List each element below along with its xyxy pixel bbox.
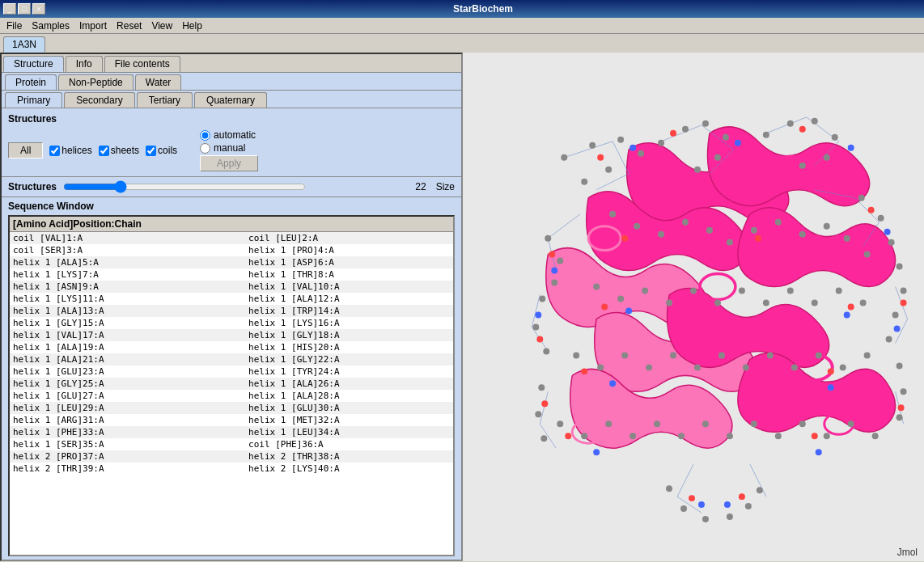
svg-point-76	[745, 503, 752, 509]
all-button[interactable]: All	[8, 142, 43, 158]
svg-point-71	[896, 414, 903, 420]
sequence-window-label: Sequence Window	[8, 201, 455, 212]
svg-point-153	[535, 311, 541, 318]
menu-import[interactable]: Import	[74, 19, 112, 33]
radio-automatic[interactable]: automatic	[200, 129, 258, 141]
svg-point-119	[654, 420, 660, 427]
menu-view[interactable]: View	[146, 19, 177, 33]
sequence-section: Sequence Window [Amino Acid]Position:Cha…	[2, 197, 461, 560]
svg-point-125	[799, 420, 806, 427]
size-value: 22	[415, 181, 426, 192]
svg-point-67	[535, 411, 541, 417]
tab-tertiary[interactable]: Tertiary	[137, 92, 193, 108]
svg-point-35	[561, 154, 567, 161]
svg-point-70	[901, 388, 907, 395]
tab-non-peptide[interactable]: Non-Peptide	[58, 74, 134, 90]
automatic-label: automatic	[214, 129, 256, 141]
radio-manual[interactable]: manual	[200, 142, 258, 154]
size-slider[interactable]	[63, 180, 306, 193]
tab-water[interactable]: Water	[135, 74, 182, 90]
menu-help[interactable]: Help	[177, 19, 207, 33]
svg-point-128	[872, 433, 879, 439]
sequence-table-wrapper[interactable]: [Amino Acid]Position:Chain coil [VAL]1:A…	[8, 215, 455, 556]
svg-point-162	[724, 501, 731, 508]
tab-quaternary[interactable]: Quaternary	[194, 92, 267, 108]
tab-protein[interactable]: Protein	[5, 74, 57, 90]
svg-point-49	[812, 118, 818, 125]
menu-reset[interactable]: Reset	[112, 19, 146, 33]
table-row: helix 1 [ALA]13:Ahelix 1 [TRP]14:A	[10, 305, 453, 317]
menu-samples[interactable]: Samples	[27, 19, 74, 33]
svg-point-54	[557, 258, 563, 264]
svg-point-105	[646, 364, 652, 370]
tab-1a3n[interactable]: 1A3N	[3, 36, 45, 53]
svg-point-40	[581, 179, 587, 185]
tab-info[interactable]: Info	[66, 56, 103, 72]
svg-point-82	[706, 227, 713, 234]
svg-point-116	[581, 433, 587, 439]
svg-point-92	[642, 288, 648, 294]
svg-point-86	[799, 231, 806, 238]
table-row: helix 1 [SER]35:Acoil [PHE]36:A	[10, 438, 453, 450]
left-panel: Structure Info File contents Protein Non…	[0, 53, 463, 561]
svg-point-115	[557, 420, 563, 427]
svg-point-59	[858, 195, 865, 201]
svg-point-129	[597, 154, 604, 161]
window-controls[interactable]: _ □ ×	[3, 3, 45, 15]
svg-point-147	[812, 433, 818, 439]
svg-point-158	[828, 384, 834, 391]
svg-point-123	[751, 420, 757, 427]
svg-point-73	[680, 505, 687, 512]
svg-point-96	[739, 288, 745, 294]
svg-point-152	[884, 229, 891, 235]
svg-point-144	[581, 368, 587, 374]
menu-file[interactable]: File	[2, 19, 27, 33]
svg-point-78	[609, 211, 616, 218]
svg-point-81	[682, 219, 689, 226]
checkbox-coils-input[interactable]	[146, 146, 156, 156]
svg-point-99	[812, 300, 818, 306]
table-row: helix 1 [LYS]11:Ahelix 1 [ALA]12:A	[10, 293, 453, 305]
tab-secondary[interactable]: Secondary	[64, 92, 134, 108]
svg-point-53	[545, 235, 551, 242]
table-row: helix 1 [VAL]17:Ahelix 1 [GLY]18:A	[10, 329, 453, 341]
svg-point-63	[901, 288, 907, 294]
tab-structure[interactable]: Structure	[3, 56, 64, 72]
table-row: helix 1 [PHE]33:Ahelix 1 [LEU]34:A	[10, 426, 453, 438]
svg-point-156	[844, 311, 850, 318]
manual-label: manual	[214, 142, 245, 154]
checkbox-helices-input[interactable]	[49, 146, 60, 156]
svg-point-37	[617, 137, 624, 143]
svg-point-80	[658, 231, 664, 238]
svg-point-60	[878, 215, 884, 222]
svg-point-43	[702, 120, 709, 127]
right-panel: Jmol	[463, 53, 924, 561]
checkbox-group: helices sheets coils	[49, 145, 177, 156]
close-button[interactable]: ×	[32, 3, 45, 15]
checkbox-sheets-input[interactable]	[99, 146, 109, 156]
svg-point-57	[532, 323, 539, 330]
svg-point-121	[702, 420, 709, 427]
radio-manual-input[interactable]	[200, 143, 210, 154]
svg-point-133	[868, 207, 875, 213]
tab-file-contents[interactable]: File contents	[104, 56, 180, 72]
checkbox-coils[interactable]: coils	[146, 145, 177, 156]
svg-point-138	[689, 495, 695, 501]
restore-button[interactable]: □	[18, 3, 31, 15]
svg-point-38	[638, 150, 644, 157]
svg-point-62	[896, 264, 903, 270]
table-row: helix 1 [LEU]29:Ahelix 1 [GLU]30:A	[10, 402, 453, 414]
table-row: helix 1 [ALA]21:Ahelix 1 [GLY]22:A	[10, 353, 453, 366]
svg-point-51	[824, 154, 830, 161]
checkbox-helices[interactable]: helices	[49, 145, 91, 156]
svg-point-134	[536, 336, 543, 342]
menu-bar: File Samples Import Reset View Help	[0, 18, 924, 34]
tab-primary[interactable]: Primary	[5, 92, 62, 108]
radio-automatic-input[interactable]	[200, 130, 210, 141]
apply-button[interactable]: Apply	[200, 155, 258, 171]
table-row: helix 1 [GLU]27:Ahelix 1 [ALA]28:A	[10, 390, 453, 402]
checkbox-sheets[interactable]: sheets	[99, 145, 139, 156]
table-row: coil [SER]3:Ahelix 1 [PRO]4:A	[10, 244, 453, 256]
minimize-button[interactable]: _	[3, 3, 16, 15]
svg-point-106	[670, 352, 676, 358]
